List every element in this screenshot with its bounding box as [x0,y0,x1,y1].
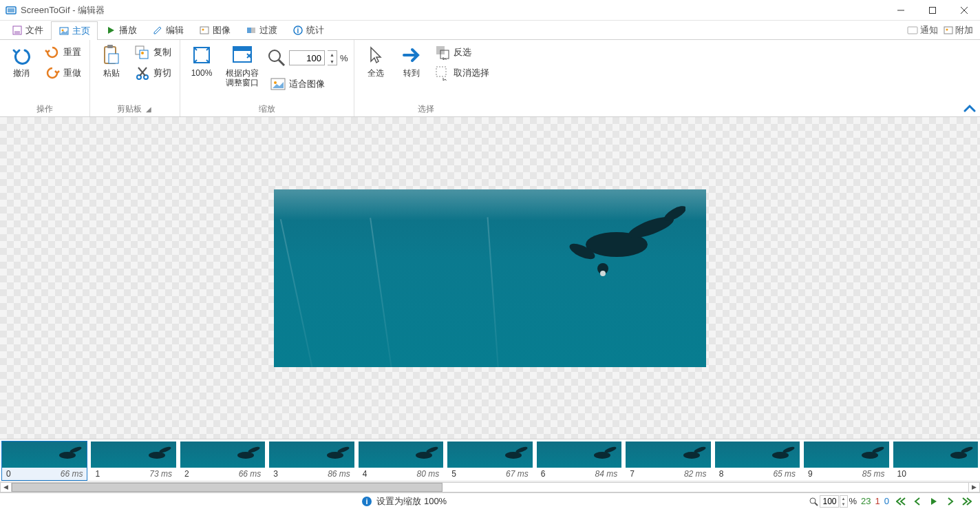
nav-play-button[interactable] [926,495,941,508]
frame-item[interactable]: 985 ms [803,441,889,481]
paste-button[interactable]: 粘贴 [96,43,127,79]
expand-icon [191,44,213,66]
notification-button[interactable]: 通知 [907,24,938,37]
goto-button[interactable]: 转到 [396,43,427,79]
invert-icon [434,44,451,61]
fit-image-icon [270,76,286,92]
ribbon-collapse-button[interactable] [963,104,976,114]
tab-label: 文件 [25,24,43,37]
frame-duration: 85 ms [862,469,885,479]
nav-next-button[interactable] [943,495,958,508]
zoom-spinner[interactable]: ▲▼ [328,50,337,65]
scrollbar-thumb[interactable] [12,483,443,492]
frame-item[interactable]: 480 ms [358,441,444,481]
status-zoom-spinner[interactable]: ▲▼ [840,495,848,508]
frame-item[interactable]: 10 [893,441,979,481]
frame-item[interactable]: 173 ms [90,441,176,481]
status-zoom-input[interactable] [820,495,839,508]
group-clipboard: 粘贴 复制 剪切 剪贴板◢ [90,40,180,116]
svg-point-65 [950,452,967,459]
status-zoom-control[interactable]: ▲▼ % [809,495,858,508]
frame-index: 0 [6,469,11,479]
tab-transition[interactable]: 过渡 [238,21,285,39]
ribbon: 撤消 重置 重做 操作 粘贴 [0,40,980,117]
picture-icon [944,25,953,35]
frame-duration: 66 ms [239,469,262,479]
maximize-button[interactable] [917,0,948,21]
play-icon [105,25,116,36]
select-all-button[interactable]: 全选 [360,43,392,79]
save-icon [12,25,23,36]
svg-rect-10 [200,27,209,34]
frame-item[interactable]: 782 ms [625,441,711,481]
tab-home[interactable]: 主页 [51,21,98,40]
svg-rect-16 [908,27,917,34]
frame-item[interactable]: 684 ms [536,441,622,481]
svg-rect-1 [8,8,14,12]
nav-last-button[interactable] [959,495,974,508]
tab-stats[interactable]: i 统计 [285,21,332,39]
paste-label: 粘贴 [103,68,120,78]
tab-file[interactable]: 文件 [4,21,51,39]
canvas-area[interactable] [0,117,980,439]
tab-play[interactable]: 播放 [98,21,145,39]
zoom-input[interactable] [289,50,325,65]
group-operations: 撤消 重置 重做 操作 [0,40,90,116]
info-icon: i [292,25,303,36]
svg-point-55 [505,452,522,459]
scroll-left-button[interactable]: ◀ [0,482,12,492]
invert-button[interactable]: 反选 [432,43,492,62]
frame-index: 3 [273,469,278,479]
zoom-100-button[interactable]: 100% [186,43,217,79]
frame-thumbnail [804,442,888,468]
frame-index: 1 [95,469,100,479]
frame-count-total: 23 [861,496,871,506]
fit-window-icon [231,44,253,66]
frame-index: 5 [451,469,456,479]
minimize-button[interactable] [885,0,917,21]
group-label: 操作 [36,102,53,115]
undo-button[interactable]: 撤消 [6,43,37,79]
frame-item[interactable]: 066 ms [1,441,87,481]
cut-icon [134,65,151,81]
fit-content-button[interactable]: 根据内容 调整窗口 [222,43,263,90]
redo-button[interactable]: 重做 [41,63,84,83]
svg-rect-13 [251,28,255,33]
group-zoom: 100% 根据内容 调整窗口 ▲▼ % 适合图像 缩放 [180,40,354,116]
frames-scrollbar[interactable]: ◀ ▶ [0,481,980,492]
frame-duration: 84 ms [595,469,617,479]
dialog-launcher-icon[interactable]: ◢ [145,105,153,113]
cut-button[interactable]: 剪切 [131,63,174,83]
deselect-button[interactable]: 取消选择 [432,63,492,83]
frame-thumbnail [893,442,978,468]
tab-image[interactable]: 图像 [191,21,238,39]
extra-button[interactable]: 附加 [944,24,973,37]
reset-button[interactable]: 重置 [41,43,84,62]
group-select: 全选 转到 反选 取消选择 选择 [354,40,498,116]
frame-thumbnail [91,442,175,468]
close-button[interactable] [948,0,980,21]
fit-image-button[interactable]: 适合图像 [267,74,348,94]
app-icon [6,5,17,16]
frame-item[interactable]: 386 ms [268,441,354,481]
magnifier-icon [809,497,818,506]
frame-item[interactable]: 865 ms [714,441,800,481]
tab-edit[interactable]: 编辑 [145,21,191,39]
frame-thumbnail [269,442,354,468]
frame-thumbnail [537,442,621,468]
copy-button[interactable]: 复制 [131,43,174,62]
extra-label: 附加 [955,24,973,37]
svg-point-61 [772,452,789,459]
nav-prev-button[interactable] [910,495,925,508]
svg-rect-20 [107,45,113,48]
undo-icon [10,44,32,66]
frames-list[interactable]: 066 ms173 ms266 ms386 ms480 ms567 ms684 … [0,439,980,481]
frame-item[interactable]: 567 ms [447,441,533,481]
scroll-right-button[interactable]: ▶ [968,482,980,492]
nav-first-button[interactable] [893,495,908,508]
frame-thumbnail [626,442,710,468]
image-icon [58,25,70,37]
frame-item[interactable]: 266 ms [180,441,266,481]
svg-text:i: i [366,497,368,506]
group-label: 剪贴板 [117,103,142,115]
